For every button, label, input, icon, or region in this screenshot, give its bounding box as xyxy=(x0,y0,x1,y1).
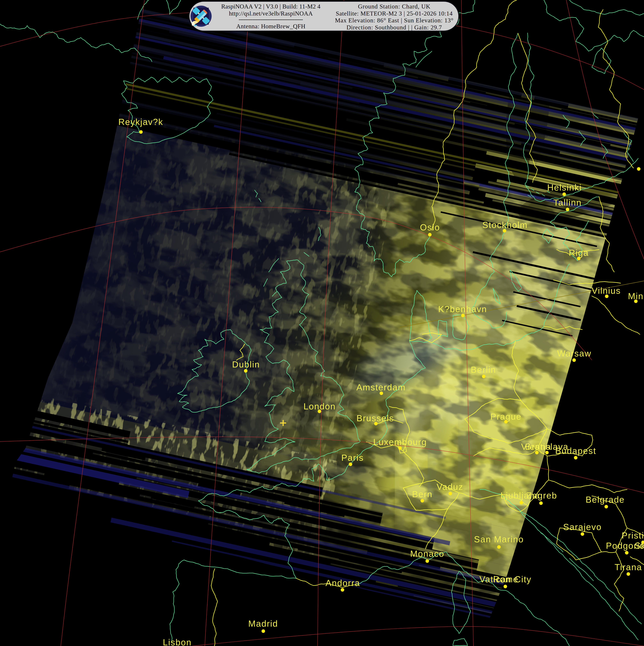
svg-text:Direction: Southbound | | Gain: Direction: Southbound | | Gain: 29.7 xyxy=(346,24,442,31)
svg-text:Belgrade: Belgrade xyxy=(585,495,625,505)
svg-text:Antenna: HomeBrew_QFH: Antenna: HomeBrew_QFH xyxy=(236,23,305,30)
svg-text:Stockholm: Stockholm xyxy=(482,220,528,230)
svg-text:Tirana: Tirana xyxy=(615,562,642,572)
svg-text:Reykjav?k: Reykjav?k xyxy=(118,117,163,127)
svg-text:Zagreb: Zagreb xyxy=(526,491,557,501)
svg-text:Brussels: Brussels xyxy=(356,413,394,423)
svg-text:Rome: Rome xyxy=(493,574,519,584)
svg-text:Oslo: Oslo xyxy=(420,222,440,232)
svg-text:Warsaw: Warsaw xyxy=(557,348,592,358)
svg-text:Monaco: Monaco xyxy=(410,549,444,559)
svg-text:Paris: Paris xyxy=(341,453,364,463)
svg-text:------------------------------: -------------------------------------- xyxy=(239,16,303,22)
svg-text:Budapest: Budapest xyxy=(555,446,596,456)
svg-text:Luxembourg: Luxembourg xyxy=(373,437,427,447)
svg-text:RaspiNOAA V2 | V3.0 | Build: 1: RaspiNOAA V2 | V3.0 | Build: 11-M2 4 xyxy=(221,3,320,10)
svg-text:Riga: Riga xyxy=(569,248,588,258)
svg-text:Ground Station: Chard, UK: Ground Station: Chard, UK xyxy=(358,3,430,10)
svg-text:Lisbon: Lisbon xyxy=(163,637,192,646)
svg-text:Berlin: Berlin xyxy=(471,365,496,375)
svg-text:Andorra: Andorra xyxy=(326,578,360,588)
svg-text:Madrid: Madrid xyxy=(248,619,278,629)
svg-text:Satellite: METEOR-M2 3 | 25-01: Satellite: METEOR-M2 3 | 25-01-2026 10:1… xyxy=(336,10,452,17)
svg-text:Sarajevo: Sarajevo xyxy=(563,522,602,532)
svg-text:Dublin: Dublin xyxy=(232,359,260,369)
svg-text:Tallinn: Tallinn xyxy=(553,198,582,208)
svg-text:Amsterdam: Amsterdam xyxy=(356,383,406,392)
svg-text:Vilnius: Vilnius xyxy=(592,286,621,296)
svg-text:K?benhavn: K?benhavn xyxy=(438,304,487,314)
svg-text:Max Elevation: 86° East | Sun: Max Elevation: 86° East | Sun Elevation:… xyxy=(335,17,453,24)
svg-text:Helsinki: Helsinki xyxy=(547,183,582,193)
svg-text:Skopje: Skopje xyxy=(635,541,644,551)
svg-text:Vaduz: Vaduz xyxy=(437,482,463,492)
svg-text:Bern: Bern xyxy=(412,489,433,499)
svg-text:Pristina: Pristina xyxy=(622,531,644,540)
svg-text:San Marino: San Marino xyxy=(474,534,524,544)
